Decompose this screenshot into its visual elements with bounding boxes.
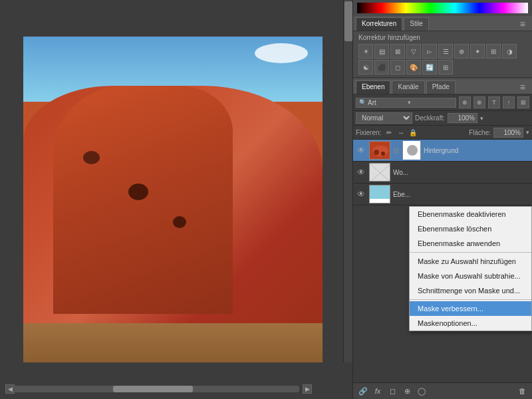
layer-thumb-2 xyxy=(369,163,390,182)
toolbar-fx[interactable]: fx xyxy=(372,385,384,397)
layer-visibility-1[interactable]: 👁 xyxy=(356,145,366,156)
fix-row: Fixieren: ✏ ↔ 🔒 Fläche: ▾ xyxy=(353,126,532,140)
layer-thumb-1 xyxy=(369,141,390,160)
k-icon-channelmixer[interactable]: ◑ xyxy=(502,44,517,59)
k-icon-selectivecolor[interactable]: ⊞ xyxy=(438,60,453,74)
k-icon-vibrance[interactable]: ▻ xyxy=(422,44,437,59)
svg-point-2 xyxy=(374,150,379,155)
korrektur-icons: ☀ ▤ ⊠ ▽ ▻ ☰ ⊕ ✦ ⊞ ◑ ☯ ⬛ ◻ 🎨 🔄 ⊞ xyxy=(358,44,527,74)
ctx-add-to-selection[interactable]: Maske zu Auswahl hinzufügen xyxy=(410,254,531,269)
toolbar-adjustment[interactable]: ⊕ xyxy=(401,385,413,397)
canvas-image xyxy=(23,37,323,362)
svg-point-3 xyxy=(381,152,385,156)
ctx-mask-options[interactable]: Maskenoptionen... xyxy=(410,316,531,331)
toolbar-group[interactable]: ◯ xyxy=(416,385,428,397)
k-icon-photofilter[interactable]: ⊞ xyxy=(486,44,501,59)
fix-icon-lock[interactable]: 🔒 xyxy=(408,127,418,138)
layer-visibility-2[interactable]: 👁 xyxy=(356,167,366,178)
toolbar-delete[interactable]: 🗑 xyxy=(516,385,528,397)
rock-shadow-2 xyxy=(128,184,148,200)
ground-layer xyxy=(23,323,323,362)
layer-mask-thumb-1[interactable] xyxy=(402,141,421,160)
k-icon-brightness[interactable]: ☀ xyxy=(358,44,373,59)
layer-ctrl-icon-2[interactable]: ⊗ xyxy=(473,96,485,108)
cloud xyxy=(255,43,308,63)
layer-ctrl-icon-3[interactable]: T xyxy=(488,96,500,108)
korrektur-heading: Korrektur hinzufügen xyxy=(358,34,527,41)
fix-icon-pen[interactable]: ✏ xyxy=(384,127,394,138)
layer-name-2: Wo... xyxy=(393,169,529,176)
ctx-deactivate-mask[interactable]: Ebenenmaske deaktivieren xyxy=(410,207,531,221)
layer-toolbar: 🔗 fx ◻ ⊕ ◯ 🗑 xyxy=(353,382,532,399)
fix-icon-move[interactable]: ↔ xyxy=(396,127,406,138)
k-icon-threshold[interactable]: 🎨 xyxy=(406,60,421,74)
opacity-label: Deckkraft: xyxy=(415,114,445,122)
opacity-input[interactable] xyxy=(448,113,477,123)
panel-menu-button[interactable]: ≡ xyxy=(516,17,529,31)
toolbar-link[interactable]: 🔗 xyxy=(357,385,369,397)
layer-tabs: Ebenen Kanäle Pfade ≡ xyxy=(353,79,532,94)
right-panel: Korrekturen Stile ≡ Korrektur hinzufügen… xyxy=(352,0,532,399)
k-icon-posterize[interactable]: ◻ xyxy=(390,60,405,74)
tab-pfade[interactable]: Pfade xyxy=(426,80,456,94)
context-menu: Ebenenmaske deaktivieren Ebenenmaske lös… xyxy=(409,206,532,331)
layer-thumb-3 xyxy=(369,185,390,203)
korrektur-section: Korrektur hinzufügen ☀ ▤ ⊠ ▽ ▻ ☰ ⊕ ✦ ⊞ ◑… xyxy=(353,31,532,78)
layer-ctrl-icon-5[interactable]: ⊞ xyxy=(517,96,529,108)
svg-point-5 xyxy=(407,145,418,156)
flache-label: Fläche: xyxy=(469,129,491,136)
k-icon-levels[interactable]: ▤ xyxy=(374,44,389,59)
tab-ebenen[interactable]: Ebenen xyxy=(356,80,390,94)
top-tabs: Korrekturen Stile ≡ xyxy=(353,16,532,31)
layer-chain-1: ⛓ xyxy=(393,147,400,154)
tab-stile[interactable]: Stile xyxy=(404,17,428,31)
layer-search-box[interactable]: 🔍 ▾ xyxy=(356,98,456,108)
canvas-vscroll-thumb[interactable] xyxy=(344,1,352,41)
ctx-intersect-selection[interactable]: Schnittmenge von Maske und... xyxy=(410,283,531,298)
layer-visibility-3[interactable]: 👁 xyxy=(356,189,366,200)
k-icon-exposure[interactable]: ▽ xyxy=(406,44,421,59)
layer-controls: 🔍 ▾ ⊕ ⊗ T ↑ ⊞ xyxy=(353,94,532,111)
k-icon-blackwhite[interactable]: ✦ xyxy=(470,44,485,59)
fix-icons: ✏ ↔ 🔒 xyxy=(384,127,418,138)
tab-kanale[interactable]: Kanäle xyxy=(392,80,424,94)
layer-panel-menu[interactable]: ≡ xyxy=(516,80,529,94)
layer-ctrl-icon-4[interactable]: ↑ xyxy=(503,96,515,108)
ctx-apply-mask[interactable]: Ebenenmaske anwenden xyxy=(410,236,531,251)
dropdown-icon[interactable]: ▾ xyxy=(408,99,411,106)
k-icon-colorbalance[interactable]: ⊕ xyxy=(454,44,469,59)
ctx-subtract-selection[interactable]: Maske von Auswahl subtrahie... xyxy=(410,269,531,283)
k-icon-invert[interactable]: ⬛ xyxy=(374,60,389,74)
ctx-sep-1 xyxy=(410,252,531,253)
layer-item-hintergrund[interactable]: 👁 ⛓ Hintergrund xyxy=(353,140,532,162)
search-icon: 🔍 xyxy=(359,99,366,106)
canvas-scrollbar[interactable] xyxy=(13,386,299,392)
layer-name-3: Ebe... xyxy=(393,191,529,198)
rock-shadow-1 xyxy=(83,151,100,164)
toolbar-mask[interactable]: ◻ xyxy=(386,385,398,397)
rock-shadow-3 xyxy=(173,216,186,228)
k-icon-gradientmap[interactable]: 🔄 xyxy=(422,60,437,74)
layer-item-3[interactable]: 👁 Ebe... xyxy=(353,184,532,205)
k-icon-colorlookup[interactable]: ☯ xyxy=(358,60,373,74)
blend-mode-select[interactable]: Normal Multiplizieren Negativ Multiplizi… xyxy=(356,112,412,124)
tab-korrekturen[interactable]: Korrekturen xyxy=(356,17,402,31)
canvas-scroll-right[interactable]: ▶ xyxy=(303,384,312,394)
canvas-area: ◀ ▶ xyxy=(0,0,346,399)
layer-item-2[interactable]: 👁 Wo... xyxy=(353,162,532,184)
opacity-arrow-icon[interactable]: ▾ xyxy=(480,115,483,122)
k-icon-hue[interactable]: ☰ xyxy=(438,44,453,59)
gradient-bar xyxy=(357,3,528,13)
flache-arrow-icon[interactable]: ▾ xyxy=(526,129,529,136)
blend-row: Normal Multiplizieren Negativ Multiplizi… xyxy=(353,111,532,126)
canvas-vertical-scrollbar[interactable] xyxy=(343,0,352,362)
ctx-delete-mask[interactable]: Ebenenmaske löschen xyxy=(410,221,531,236)
flache-input[interactable] xyxy=(493,128,523,138)
k-icon-curves[interactable]: ⊠ xyxy=(390,44,405,59)
layer-ctrl-icon-1[interactable]: ⊕ xyxy=(459,96,471,108)
rock-detail xyxy=(53,86,233,314)
ctx-improve-mask[interactable]: Maske verbessern... xyxy=(410,301,531,316)
canvas-scrollbar-thumb[interactable] xyxy=(113,386,193,392)
layer-type-filter[interactable] xyxy=(368,99,408,106)
svg-rect-10 xyxy=(370,199,390,203)
